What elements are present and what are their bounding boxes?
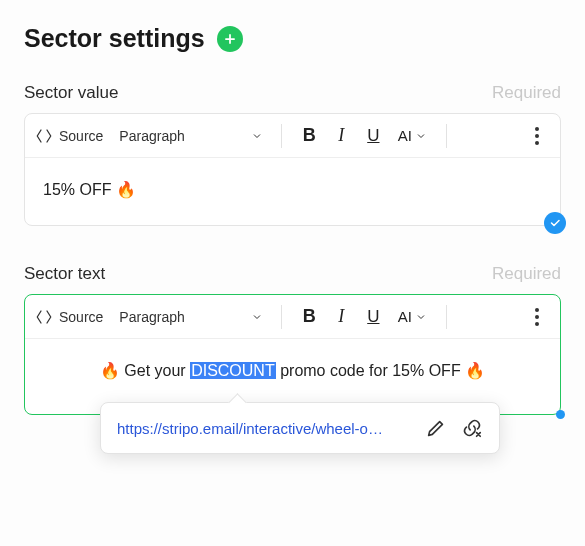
add-sector-button[interactable] — [217, 26, 243, 52]
highlighted-link-text[interactable]: DISCOUNT — [190, 362, 276, 379]
valid-badge — [544, 212, 566, 234]
separator — [446, 305, 447, 329]
pencil-icon — [425, 417, 447, 439]
paragraph-dropdown[interactable]: Paragraph — [119, 309, 269, 325]
separator — [281, 124, 282, 148]
bold-button[interactable]: B — [294, 121, 324, 151]
resize-handle[interactable] — [556, 410, 565, 419]
sector-value-editor[interactable]: Source Paragraph B I U AI 15% OFF 🔥 — [24, 113, 561, 226]
more-menu-button[interactable] — [524, 121, 550, 151]
separator — [281, 305, 282, 329]
chevron-down-icon — [415, 311, 427, 323]
required-indicator: Required — [492, 83, 561, 103]
paragraph-dropdown[interactable]: Paragraph — [119, 128, 269, 144]
chevron-down-icon — [415, 130, 427, 142]
editor-toolbar: Source Paragraph B I U AI — [25, 114, 560, 158]
link-url[interactable]: https://stripo.email/interactive/wheel-o… — [117, 420, 411, 437]
source-icon — [35, 127, 53, 145]
chevron-down-icon — [251, 311, 263, 323]
sector-value-content[interactable]: 15% OFF 🔥 — [25, 158, 560, 225]
more-menu-button[interactable] — [524, 302, 550, 332]
unlink-button[interactable] — [461, 417, 483, 439]
source-button[interactable]: Source — [35, 127, 103, 145]
unlink-icon — [461, 417, 483, 439]
ai-button[interactable]: AI — [390, 302, 434, 332]
source-button[interactable]: Source — [35, 308, 103, 326]
bold-button[interactable]: B — [294, 302, 324, 332]
source-icon — [35, 308, 53, 326]
sector-text-editor[interactable]: Source Paragraph B I U AI 🔥 Get your DIS… — [24, 294, 561, 415]
editor-toolbar: Source Paragraph B I U AI — [25, 295, 560, 339]
check-icon — [549, 217, 561, 229]
underline-button[interactable]: U — [358, 302, 388, 332]
kebab-icon — [535, 315, 539, 319]
link-popover: https://stripo.email/interactive/wheel-o… — [100, 402, 500, 454]
required-indicator: Required — [492, 264, 561, 284]
italic-button[interactable]: I — [326, 302, 356, 332]
italic-button[interactable]: I — [326, 121, 356, 151]
ai-button[interactable]: AI — [390, 121, 434, 151]
page-title: Sector settings — [24, 24, 205, 53]
plus-icon — [223, 32, 237, 46]
edit-link-button[interactable] — [425, 417, 447, 439]
sector-text-label: Sector text — [24, 264, 105, 284]
kebab-icon — [535, 134, 539, 138]
separator — [446, 124, 447, 148]
chevron-down-icon — [251, 130, 263, 142]
underline-button[interactable]: U — [358, 121, 388, 151]
sector-value-label: Sector value — [24, 83, 119, 103]
